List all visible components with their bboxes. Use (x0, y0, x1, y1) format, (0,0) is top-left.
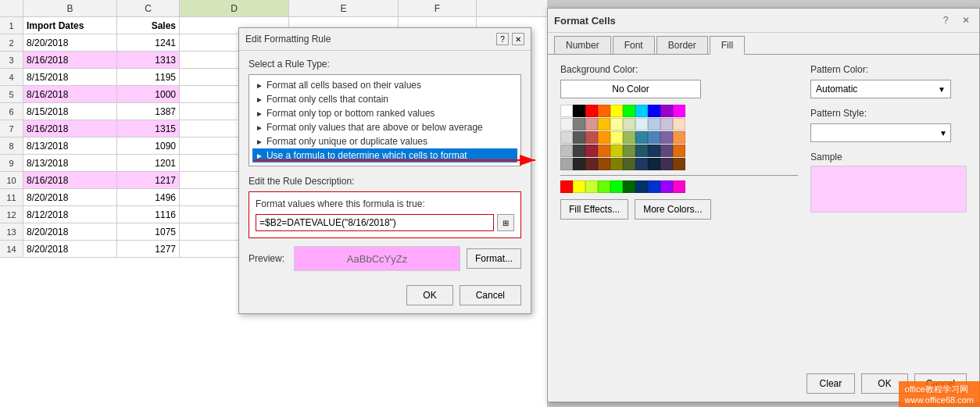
color-swatch[interactable] (560, 158, 573, 170)
color-swatch[interactable] (673, 180, 685, 193)
color-swatch[interactable] (660, 180, 673, 193)
column-headers: B C D E F (0, 0, 547, 17)
color-swatch[interactable] (635, 131, 648, 144)
formula-input[interactable] (256, 214, 494, 231)
color-swatch[interactable] (573, 105, 585, 117)
color-swatch[interactable] (635, 118, 648, 130)
tab-border[interactable]: Border (656, 36, 708, 54)
color-swatch[interactable] (573, 158, 585, 170)
tab-number[interactable]: Number (554, 36, 611, 54)
color-swatch[interactable] (623, 180, 635, 193)
color-swatch[interactable] (560, 145, 573, 157)
no-color-button[interactable]: No Color (560, 80, 701, 98)
color-swatch[interactable] (673, 158, 685, 170)
tab-fill[interactable]: Fill (710, 36, 745, 55)
color-swatch[interactable] (673, 105, 685, 117)
color-swatch[interactable] (560, 118, 573, 130)
color-swatch[interactable] (573, 180, 585, 193)
format-values-label: Format values where this formula is true… (256, 198, 514, 209)
color-swatch[interactable] (598, 118, 610, 130)
rule-item-5[interactable]: ► Format only unique or duplicate values (256, 134, 514, 148)
rule-item-2[interactable]: ► Format only cells that contain (256, 92, 514, 106)
color-swatch[interactable] (623, 131, 635, 144)
color-swatch[interactable] (560, 131, 573, 144)
color-swatch[interactable] (660, 145, 673, 157)
color-swatch[interactable] (610, 105, 623, 117)
color-swatch[interactable] (573, 145, 585, 157)
color-swatch[interactable] (610, 118, 623, 130)
color-swatch[interactable] (585, 105, 598, 117)
color-swatch[interactable] (660, 131, 673, 144)
cancel-button[interactable]: Cancel (460, 285, 521, 305)
color-swatch[interactable] (673, 118, 685, 130)
watermark: office教程学习网 www.office68.com (899, 381, 980, 407)
color-swatch[interactable] (585, 118, 598, 130)
rule-item-1[interactable]: ► Format all cells based on their values (256, 78, 514, 92)
color-swatch[interactable] (623, 158, 635, 170)
color-swatch[interactable] (623, 145, 635, 157)
color-swatch[interactable] (598, 131, 610, 144)
format-rule-dialog: Edit Formatting Rule ? ✕ Select a Rule T… (238, 27, 531, 314)
color-swatch[interactable] (635, 145, 648, 157)
formula-picker-button[interactable]: ⊞ (497, 214, 514, 231)
color-swatch[interactable] (660, 118, 673, 130)
watermark-line2: www.office68.com (905, 395, 974, 405)
clear-button[interactable]: Clear (807, 373, 856, 394)
color-swatch[interactable] (610, 131, 623, 144)
format-button[interactable]: Format... (467, 248, 521, 269)
color-swatch-white[interactable] (560, 105, 573, 117)
color-swatch[interactable] (585, 158, 598, 170)
color-swatch[interactable] (560, 180, 573, 193)
col-header-b: B (23, 0, 117, 16)
ok-button[interactable]: OK (406, 285, 452, 305)
fc-left-panel: Background Color: No Color (560, 64, 798, 373)
color-swatch[interactable] (573, 118, 585, 130)
color-swatch[interactable] (598, 105, 610, 117)
color-swatch[interactable] (623, 105, 635, 117)
dialog-close-button[interactable]: ✕ (512, 33, 524, 45)
color-swatch[interactable] (648, 180, 660, 193)
fc-close-button[interactable]: ✕ (959, 13, 973, 27)
color-swatch[interactable] (673, 131, 685, 144)
color-swatch[interactable] (648, 131, 660, 144)
color-swatch[interactable] (585, 131, 598, 144)
color-swatch[interactable] (585, 145, 598, 157)
bg-color-label: Background Color: (560, 64, 798, 75)
color-swatch[interactable] (635, 158, 648, 170)
color-swatch[interactable] (660, 105, 673, 117)
col-header-d: D (180, 0, 289, 16)
fc-help-button[interactable]: ? (939, 13, 953, 27)
color-swatch[interactable] (598, 158, 610, 170)
rule-item-6[interactable]: ► Use a formula to determine which cells… (252, 148, 517, 162)
pattern-style-dropdown[interactable]: ▼ (810, 123, 951, 142)
color-swatch[interactable] (585, 180, 598, 193)
color-row-1 (560, 105, 798, 117)
rule-item-4[interactable]: ► Format only values that are above or b… (256, 120, 514, 134)
color-swatch[interactable] (623, 118, 635, 130)
color-swatch[interactable] (610, 145, 623, 157)
dialog-help-button[interactable]: ? (496, 33, 509, 45)
color-swatch[interactable] (598, 145, 610, 157)
more-colors-button[interactable]: More Colors... (635, 199, 710, 220)
rule-item-3[interactable]: ► Format only top or bottom ranked value… (256, 106, 514, 120)
pattern-color-dropdown[interactable]: Automatic ▼ (810, 80, 951, 98)
fill-effects-button[interactable]: Fill Effects... (560, 199, 628, 220)
color-swatch[interactable] (610, 180, 623, 193)
color-swatch[interactable] (673, 145, 685, 157)
color-swatch[interactable] (573, 131, 585, 144)
color-grid (560, 105, 798, 193)
color-swatch[interactable] (648, 145, 660, 157)
color-swatch[interactable] (610, 158, 623, 170)
edit-desc-label: Edit the Rule Description: (249, 176, 521, 187)
tab-font[interactable]: Font (613, 36, 655, 54)
color-row-5 (560, 158, 798, 170)
color-swatch[interactable] (598, 180, 610, 193)
color-swatch[interactable] (635, 180, 648, 193)
color-swatch[interactable] (635, 105, 648, 117)
color-swatch[interactable] (648, 105, 660, 117)
dialog-titlebar: Edit Formatting Rule ? ✕ (239, 28, 531, 51)
color-swatch[interactable] (648, 158, 660, 170)
color-swatch[interactable] (660, 158, 673, 170)
color-row-6 (560, 180, 798, 193)
color-swatch[interactable] (648, 118, 660, 130)
